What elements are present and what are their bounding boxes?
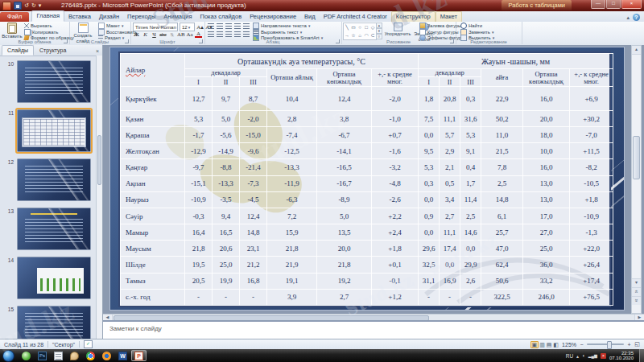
value-cell[interactable]: 25,0 — [213, 257, 240, 273]
value-cell[interactable]: - — [440, 289, 460, 305]
align-left-icon[interactable] — [208, 31, 214, 37]
notes-pane[interactable]: Заметки к слайду — [103, 320, 644, 339]
hidden-icons-icon[interactable]: ▴ — [576, 353, 579, 359]
value-cell[interactable]: -13,3 — [267, 159, 317, 175]
zoom-in-icon[interactable]: + — [626, 342, 632, 348]
volume-icon[interactable]: ◖ — [582, 353, 585, 358]
value-cell[interactable]: 0,5 — [440, 175, 460, 191]
value-cell[interactable]: +1,8 — [570, 191, 613, 208]
value-cell[interactable]: 10,4 — [267, 87, 317, 111]
tab-Файл[interactable]: Файл — [0, 12, 29, 22]
value-cell[interactable]: 27,0 — [523, 224, 570, 241]
text-shadow-button[interactable]: S — [168, 31, 175, 38]
value-cell[interactable]: 11,4 — [460, 191, 481, 208]
value-cell[interactable]: -14,1 — [317, 143, 372, 159]
value-cell[interactable]: 5,0 — [317, 208, 372, 224]
show-desktop-button[interactable] — [639, 349, 644, 362]
taskbar-app-notepad[interactable] — [51, 350, 66, 361]
header-decades[interactable]: декадалар — [185, 69, 267, 77]
copy-button[interactable]: Копировать — [24, 30, 74, 35]
value-cell[interactable]: 3,8 — [317, 111, 372, 127]
tab-Главная[interactable]: Главная — [31, 10, 64, 22]
dialog-launcher-icon[interactable] — [199, 39, 203, 43]
value-cell[interactable]: 0,0 — [419, 224, 440, 241]
value-cell[interactable]: -1,7 — [185, 127, 213, 143]
value-cell[interactable]: +76,5 — [570, 289, 613, 305]
value-cell[interactable]: 2,1 — [440, 159, 460, 175]
value-cell[interactable]: 20,0 — [317, 241, 372, 257]
normal-view-icon[interactable]: ▣ — [530, 341, 539, 348]
slide-sorter-icon[interactable]: ▥ — [539, 342, 546, 348]
month-cell[interactable]: Қараша — [121, 127, 185, 143]
month-cell[interactable]: Тамыз — [121, 273, 185, 289]
value-cell[interactable]: 16,8 — [240, 273, 267, 289]
redo-icon[interactable]: ↻ — [31, 2, 36, 10]
text-direction-button[interactable]: Направление текста▾ — [253, 23, 323, 28]
arrange-button[interactable]: Упорядочить — [384, 23, 411, 37]
value-cell[interactable]: -3,2 — [372, 159, 419, 175]
header-cell[interactable]: +,- к средне мног. — [570, 69, 613, 87]
value-cell[interactable]: 0,0 — [419, 191, 440, 208]
save-icon[interactable] — [14, 2, 22, 10]
value-cell[interactable]: 0,0 — [419, 127, 440, 143]
value-cell[interactable]: 0,4 — [460, 159, 481, 175]
value-cell[interactable]: -15,0 — [240, 127, 267, 143]
value-cell[interactable]: 12,7 — [185, 87, 213, 111]
fit-to-window-icon[interactable]: ◱ — [634, 341, 640, 348]
value-cell[interactable]: -13,3 — [213, 175, 240, 191]
value-cell[interactable]: 13,0 — [523, 191, 570, 208]
taskbar-app-powerpoint[interactable]: P — [131, 350, 147, 361]
table-placeholder[interactable]: АйларОрташакүндік ауа температурасы, °СЖ… — [118, 51, 611, 307]
value-cell[interactable]: 20,0 — [523, 111, 570, 127]
value-cell[interactable]: 20,6 — [213, 241, 240, 257]
value-cell[interactable]: -6,3 — [267, 191, 317, 208]
value-cell[interactable]: +11,5 — [570, 143, 613, 159]
header-decade-number[interactable]: I — [185, 77, 213, 87]
value-cell[interactable]: 16,0 — [523, 87, 570, 111]
increase-indent-icon[interactable] — [234, 23, 241, 29]
value-cell[interactable]: 3,9 — [267, 289, 317, 305]
font-family-combo[interactable]: Times New Roman▾ — [133, 23, 178, 31]
tab-Конструктор[interactable]: Конструктор — [391, 11, 436, 22]
grow-font-button[interactable]: А▴ — [196, 24, 204, 31]
month-cell[interactable]: Желтоқсан — [121, 143, 185, 159]
horizontal-scrollbar[interactable]: ◀ ▶ — [103, 314, 644, 320]
value-cell[interactable]: 19,9 — [213, 273, 240, 289]
header-cell[interactable]: Орташа айлық — [267, 69, 317, 87]
tab-Дизайн[interactable]: Дизайн — [95, 12, 123, 22]
value-cell[interactable]: 322,5 — [481, 289, 523, 305]
value-cell[interactable]: 0,9 — [419, 208, 440, 224]
zoom-slider-thumb[interactable] — [607, 341, 612, 349]
cut-button[interactable]: Вырезать — [24, 23, 74, 28]
value-cell[interactable]: 2,9 — [440, 143, 460, 159]
value-cell[interactable]: 33,2 — [523, 273, 570, 289]
value-cell[interactable]: 16,4 — [185, 224, 213, 241]
value-cell[interactable]: - — [419, 289, 440, 305]
numbering-icon[interactable] — [217, 23, 223, 29]
next-slide-button[interactable]: » — [632, 296, 641, 305]
value-cell[interactable]: 14,8 — [240, 224, 267, 241]
shape-glyph-icon[interactable]: ▭ — [351, 24, 357, 31]
value-cell[interactable]: 50,2 — [481, 111, 523, 127]
scrollbar-thumb[interactable] — [633, 136, 640, 179]
value-cell[interactable]: 14,6 — [460, 224, 481, 241]
value-cell[interactable]: 21,8 — [317, 257, 372, 273]
tab-Переходы[interactable]: Переходы — [123, 12, 159, 22]
value-cell[interactable]: -7,4 — [267, 127, 317, 143]
value-cell[interactable]: - — [185, 289, 213, 305]
value-cell[interactable]: 32,5 — [419, 257, 440, 273]
header-cell[interactable]: Орташа көпжылдық — [317, 69, 372, 87]
value-cell[interactable]: 31,1 — [419, 273, 440, 289]
value-cell[interactable]: 16,9 — [440, 273, 460, 289]
slide-thumbnail-10[interactable] — [17, 60, 91, 103]
value-cell[interactable]: -2,0 — [240, 111, 267, 127]
value-cell[interactable]: 47,0 — [481, 241, 523, 257]
value-cell[interactable]: -21,4 — [240, 159, 267, 175]
value-cell[interactable]: 1,8 — [419, 87, 440, 111]
taskbar-app-paint[interactable] — [67, 350, 82, 361]
value-cell[interactable]: 17,4 — [440, 241, 460, 257]
zoom-slider[interactable] — [587, 343, 624, 345]
value-cell[interactable]: -7,3 — [240, 175, 267, 191]
close-panel-icon[interactable]: × — [96, 47, 99, 56]
value-cell[interactable]: -0,1 — [372, 273, 419, 289]
